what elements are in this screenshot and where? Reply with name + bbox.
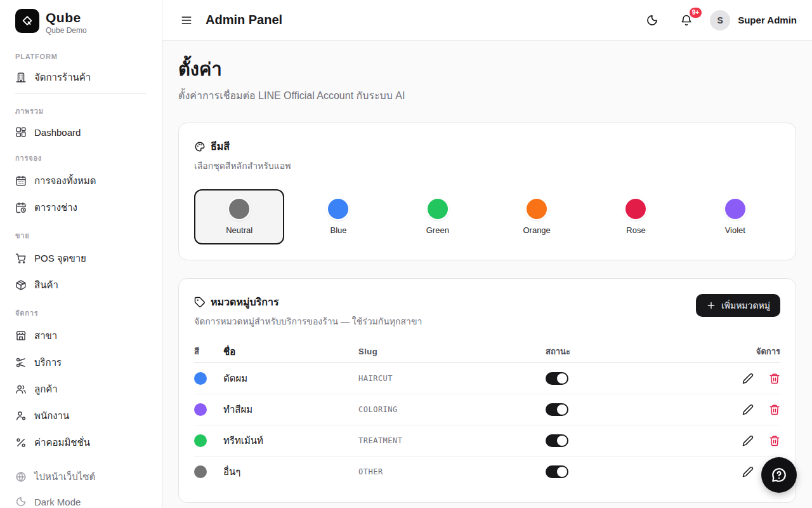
menu-toggle-button[interactable] xyxy=(178,11,195,29)
category-slug: TREATMENT xyxy=(358,436,546,445)
column-header-manage: จัดการ xyxy=(722,345,780,358)
pencil-icon xyxy=(742,404,754,415)
trash-icon xyxy=(769,404,780,415)
edit-button[interactable] xyxy=(742,435,754,446)
category-enabled-toggle[interactable] xyxy=(546,434,568,447)
theme-option-orange[interactable]: Orange xyxy=(492,189,582,244)
moon-icon xyxy=(646,14,658,27)
sidebar-item-label: ลูกค้า xyxy=(34,382,58,397)
page-subtitle: ตั้งค่าการเชื่อมต่อ LINE Official Accoun… xyxy=(178,88,796,104)
notifications-button[interactable]: 9+ xyxy=(676,10,697,31)
dashboard-icon xyxy=(15,126,27,138)
sidebar-item-staff-schedule[interactable]: ตารางช่าง xyxy=(8,194,154,221)
edit-button[interactable] xyxy=(742,373,754,384)
sidebar-nav: PLATFORM จัดการร้านค้า ภาพรวม Dashboard … xyxy=(0,41,162,458)
moon-icon xyxy=(15,496,27,507)
color-swatch-circle xyxy=(428,199,448,219)
category-enabled-toggle[interactable] xyxy=(546,465,568,478)
help-button[interactable] xyxy=(761,457,797,493)
sidebar-item-dashboard[interactable]: Dashboard xyxy=(8,121,154,144)
scissors-icon xyxy=(15,357,27,368)
sidebar-item-pos[interactable]: POS จุดขาย xyxy=(8,245,154,272)
category-name: ตัดผม xyxy=(223,371,358,386)
color-swatch-circle xyxy=(625,199,646,219)
theme-option-label: Rose xyxy=(626,225,645,235)
avatar: S xyxy=(710,10,730,30)
category-color-dot xyxy=(194,465,207,478)
globe-icon xyxy=(15,471,27,483)
store-icon xyxy=(15,330,27,342)
qube-logo-icon xyxy=(15,9,39,33)
topbar: Admin Panel 9+ S Super Admin xyxy=(162,0,812,41)
sidebar-item-label: Dashboard xyxy=(34,127,81,138)
sidebar-item-website[interactable]: ไปหน้าเว็บไซต์ xyxy=(8,464,154,490)
brand[interactable]: Qube Qube Demo xyxy=(0,0,162,41)
add-category-button[interactable]: เพิ่มหมวดหมู่ xyxy=(696,294,780,317)
theme-option-neutral[interactable]: Neutral xyxy=(194,189,284,244)
sidebar-divider xyxy=(15,93,147,94)
category-color-dot xyxy=(194,434,207,447)
category-slug: HAIRCUT xyxy=(358,374,546,383)
color-swatch-circle xyxy=(527,199,547,219)
sidebar-item-services[interactable]: บริการ xyxy=(8,349,154,376)
column-header-status: สถานะ xyxy=(546,345,722,358)
brand-subtitle: Qube Demo xyxy=(46,26,87,35)
app-root: Qube Qube Demo PLATFORM จัดการร้านค้า ภา… xyxy=(0,0,812,508)
sidebar-item-commission[interactable]: ค่าคอมมิชชั่น xyxy=(8,429,154,456)
theme-option-label: Green xyxy=(426,225,449,235)
theme-option-blue[interactable]: Blue xyxy=(293,189,383,244)
category-enabled-toggle[interactable] xyxy=(546,372,568,385)
sidebar: Qube Qube Demo PLATFORM จัดการร้านค้า ภา… xyxy=(0,0,162,508)
table-row: อื่นๆ OTHER xyxy=(194,456,780,487)
color-swatch-circle xyxy=(229,199,249,219)
edit-button[interactable] xyxy=(742,466,754,478)
brand-name: Qube xyxy=(46,10,87,25)
table-header-row: สี ชื่อ Slug สถานะ จัดการ xyxy=(194,341,780,363)
delete-button[interactable] xyxy=(769,435,780,446)
edit-button[interactable] xyxy=(742,404,754,415)
trash-icon xyxy=(769,373,780,384)
user-menu[interactable]: S Super Admin xyxy=(710,10,797,30)
theme-option-label: Blue xyxy=(330,225,346,235)
category-name: ทำสีผม xyxy=(223,402,358,417)
category-enabled-toggle[interactable] xyxy=(546,403,568,416)
pencil-icon xyxy=(742,373,754,384)
sidebar-item-label: การจองทั้งหมด xyxy=(34,173,96,189)
palette-icon xyxy=(194,141,206,152)
trash-icon xyxy=(769,435,780,446)
sidebar-item-label: ค่าคอมมิชชั่น xyxy=(34,435,90,450)
page-title: ตั้งค่า xyxy=(178,55,796,84)
sidebar-item-store-management[interactable]: จัดการร้านค้า xyxy=(8,64,154,91)
sidebar-item-label: พนักงาน xyxy=(34,408,69,424)
category-color-dot xyxy=(194,403,207,416)
categories-card-subtitle: จัดการหมวดหมู่สำหรับบริการของร้าน — ใช้ร… xyxy=(194,314,422,328)
table-row: ตัดผม HAIRCUT xyxy=(194,363,780,394)
theme-option-rose[interactable]: Rose xyxy=(591,189,681,244)
theme-card: ธีมสี เลือกชุดสีหลักสำหรับแอพ Neutral Bl… xyxy=(178,123,796,260)
calendar-icon xyxy=(15,175,27,187)
sidebar-item-dark-mode[interactable]: Dark Mode xyxy=(8,490,154,508)
page-content: ตั้งค่า ตั้งค่าการเชื่อมต่อ LINE Officia… xyxy=(162,41,812,508)
column-header-name: ชื่อ xyxy=(223,344,358,359)
sidebar-item-branches[interactable]: สาขา xyxy=(8,323,154,349)
pencil-icon xyxy=(742,435,754,446)
category-color-dot xyxy=(194,372,207,385)
sidebar-item-products[interactable]: สินค้า xyxy=(8,272,154,298)
calendar-clock-icon xyxy=(15,202,27,213)
sidebar-item-customers[interactable]: ลูกค้า xyxy=(8,376,154,403)
theme-option-green[interactable]: Green xyxy=(393,189,483,244)
sidebar-item-all-bookings[interactable]: การจองทั้งหมด xyxy=(8,168,154,194)
sidebar-item-staff[interactable]: พนักงาน xyxy=(8,403,154,429)
topbar-title: Admin Panel xyxy=(206,13,282,27)
notification-badge: 9+ xyxy=(688,6,703,19)
cart-icon xyxy=(15,253,27,264)
theme-option-violet[interactable]: Violet xyxy=(690,189,780,244)
theme-card-subtitle: เลือกชุดสีหลักสำหรับแอพ xyxy=(194,159,780,173)
delete-button[interactable] xyxy=(769,404,780,415)
theme-options: Neutral Blue Green Orange xyxy=(194,189,780,244)
sidebar-item-label: บริการ xyxy=(34,355,62,370)
dark-mode-toggle-button[interactable] xyxy=(641,10,663,31)
delete-button[interactable] xyxy=(769,373,780,384)
table-row: ทรีทเม้นท์ TREATMENT xyxy=(194,425,780,456)
section-label-sales: ขาย xyxy=(8,221,154,245)
